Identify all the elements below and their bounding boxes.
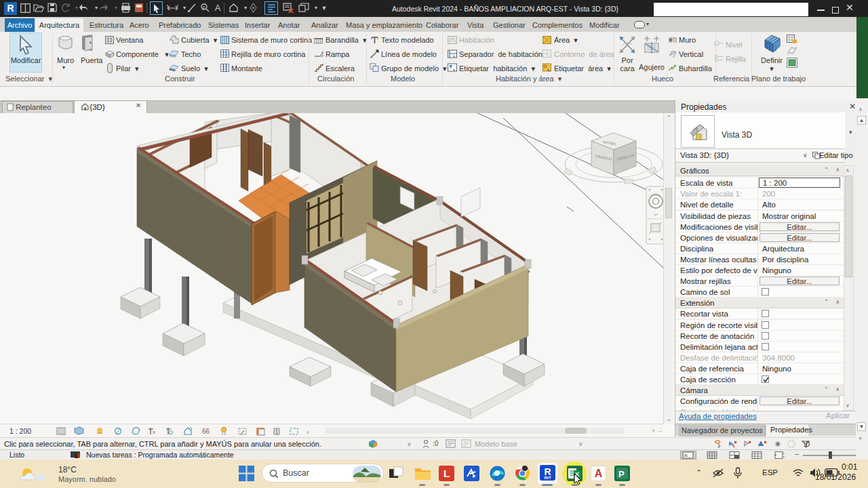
svg-text:ρ: ρ [203,5,205,10]
svg-text:x: x [153,429,155,435]
svg-text:66: 66 [202,428,210,435]
svg-text:‹: ‹ [307,428,309,436]
svg-text:P: P [618,469,625,479]
